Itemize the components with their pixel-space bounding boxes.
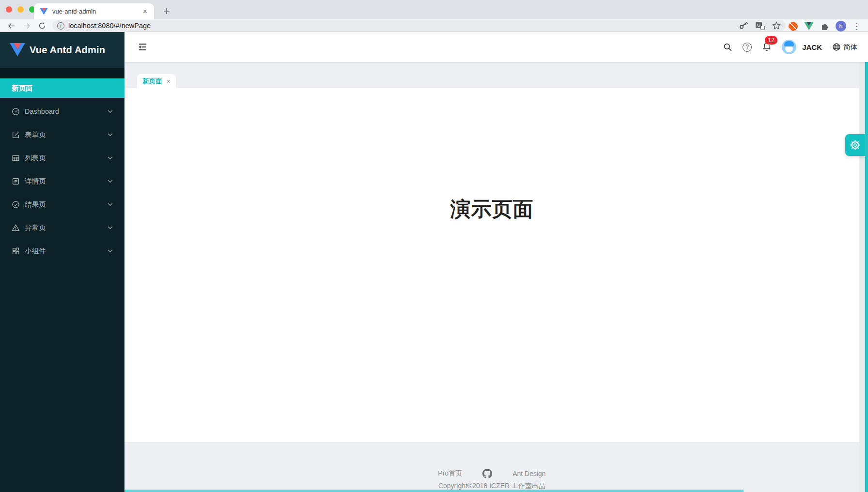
app-logo[interactable]: Vue Antd Admin <box>0 32 124 68</box>
extensions-puzzle-icon[interactable] <box>820 22 829 31</box>
username[interactable]: JACK <box>802 43 822 51</box>
page-edge-accent-right <box>865 32 868 492</box>
window-controls <box>6 6 35 13</box>
menu-fold-icon <box>137 42 148 52</box>
chevron-down-icon <box>108 180 113 183</box>
profile-icon <box>12 177 20 185</box>
main-column: ? 12 JACK <box>124 32 868 492</box>
notification-badge: 12 <box>764 35 778 45</box>
browser-tabstrip: vue-antd-admin × <box>0 0 868 19</box>
back-arrow-icon <box>7 22 16 30</box>
notification-bell[interactable]: 12 <box>762 42 772 52</box>
github-icon[interactable] <box>482 469 492 478</box>
reload-button[interactable] <box>37 21 47 31</box>
sidebar-item-exception[interactable]: 异常页 <box>0 218 124 237</box>
sidebar-item-detail[interactable]: 详情页 <box>0 171 124 191</box>
chevron-down-icon <box>108 156 113 160</box>
chevron-down-icon <box>108 133 113 137</box>
shutter-extension-icon[interactable] <box>789 22 798 31</box>
browser-tab[interactable]: vue-antd-admin × <box>34 3 154 19</box>
browser-window: vue-antd-admin × i lo <box>0 0 868 492</box>
vue-logo-icon <box>10 43 25 57</box>
sidebar-item-label: 异常页 <box>25 223 108 232</box>
password-key-icon[interactable] <box>739 22 748 30</box>
tab-close-icon[interactable]: × <box>142 7 148 16</box>
reload-icon <box>38 22 46 30</box>
sidebar-item-newpage[interactable]: 新页面 <box>0 78 124 98</box>
app-title: Vue Antd Admin <box>30 45 105 56</box>
back-button[interactable] <box>6 21 16 31</box>
sidebar-item-label: 详情页 <box>25 177 108 186</box>
sidebar-item-form[interactable]: 表单页 <box>0 125 124 144</box>
page-info-icon[interactable]: i <box>57 22 64 30</box>
sidebar-item-label: 表单页 <box>25 130 108 139</box>
sidebar-item-label: Dashboard <box>25 108 108 115</box>
sidebar-item-label: 结果页 <box>25 200 108 209</box>
address-bar[interactable]: i localhost:8080/#/newPage G <box>52 20 786 31</box>
footer-link-antd[interactable]: Ant Design <box>512 470 545 477</box>
table-icon <box>12 154 20 162</box>
app-root: Vue Antd Admin 新页面 Dashboard <box>0 32 868 492</box>
sidebar-item-label: 列表页 <box>25 154 108 163</box>
scrollbar-track[interactable] <box>859 62 865 492</box>
new-tab-button[interactable] <box>161 5 172 17</box>
chevron-down-icon <box>108 226 113 230</box>
chevron-down-icon <box>108 249 113 253</box>
browser-menu-icon[interactable]: ⋮ <box>852 22 861 31</box>
sidebar-collapse-trigger[interactable] <box>137 42 148 52</box>
forward-arrow-icon <box>23 22 31 30</box>
page-title: 演示页面 <box>124 196 859 223</box>
app-header: ? 12 JACK <box>124 32 868 62</box>
extension-icons: h ⋮ <box>789 21 861 31</box>
chevron-down-icon <box>108 110 113 113</box>
page-tab-label: 新页面 <box>142 77 162 86</box>
user-avatar[interactable] <box>782 40 796 54</box>
sidebar-divider <box>0 68 124 78</box>
browser-tab-title: vue-antd-admin <box>52 8 142 15</box>
footer-link-pro[interactable]: Pro首页 <box>438 469 462 478</box>
vue-favicon <box>40 8 48 15</box>
page-tabbar: 新页面 × <box>124 62 868 88</box>
sidebar-item-result[interactable]: 结果页 <box>0 195 124 214</box>
sidebar-item-widgets[interactable]: 小组件 <box>0 241 124 261</box>
page-footer: Pro首页 Ant Design Copyright©2018 ICZER 工作… <box>124 442 859 492</box>
language-selector[interactable]: 简体 <box>832 43 857 52</box>
settings-drawer-handle[interactable] <box>845 134 865 156</box>
sidebar-item-dashboard[interactable]: Dashboard <box>0 102 124 121</box>
sidebar-item-list[interactable]: 列表页 <box>0 148 124 168</box>
dashboard-icon <box>12 108 20 116</box>
form-icon <box>12 131 20 139</box>
sidebar-item-label: 小组件 <box>25 246 108 256</box>
minimize-window-button[interactable] <box>17 6 24 13</box>
globe-icon <box>832 43 841 51</box>
close-window-button[interactable] <box>6 6 12 13</box>
vue-devtools-icon[interactable] <box>804 22 814 31</box>
chrome-profile-avatar[interactable]: h <box>836 21 846 31</box>
page-tab-close-icon[interactable]: × <box>167 77 170 85</box>
check-circle-icon <box>12 200 20 209</box>
search-icon[interactable] <box>723 42 732 52</box>
help-icon[interactable]: ? <box>743 43 752 52</box>
appstore-icon <box>12 247 20 255</box>
sidebar: Vue Antd Admin 新页面 Dashboard <box>0 32 124 492</box>
language-label: 简体 <box>843 43 857 52</box>
content-card: 演示页面 <box>124 88 859 442</box>
warning-icon <box>12 224 20 232</box>
sidebar-item-label: 新页面 <box>12 84 113 93</box>
forward-button[interactable] <box>21 21 32 31</box>
url-text: localhost:8080/#/newPage <box>68 22 735 30</box>
translate-icon[interactable]: G <box>756 21 765 30</box>
chevron-down-icon <box>108 203 113 206</box>
plus-icon <box>163 8 170 15</box>
bookmark-star-icon[interactable] <box>772 21 781 30</box>
sidebar-menu: Dashboard 表单页 <box>0 102 124 261</box>
page-tab-newpage[interactable]: 新页面 × <box>137 74 176 88</box>
browser-toolbar: i localhost:8080/#/newPage G <box>0 19 868 32</box>
gear-icon <box>850 139 861 151</box>
